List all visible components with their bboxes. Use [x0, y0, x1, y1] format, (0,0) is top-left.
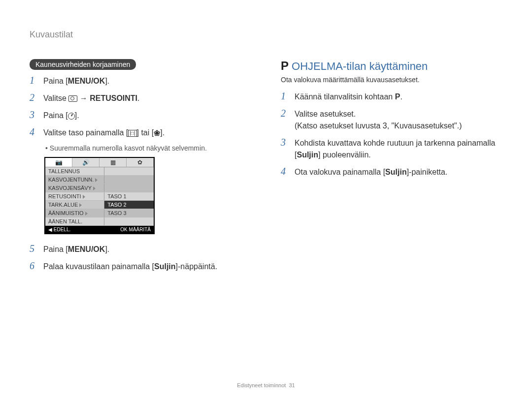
chevron-right-icon: [79, 203, 82, 207]
menu-row-value: [104, 217, 154, 225]
camera-tab-camera-icon: 📷: [45, 158, 72, 167]
step-number: 4: [281, 166, 289, 177]
section-pill-beauty-fix: Kauneusvirheiden korjaaminen: [30, 59, 136, 70]
right-column: POHJELMA-tilan käyttäminen Ota valokuva …: [281, 30, 502, 278]
breadcrumb: Kuvaustilat: [30, 30, 73, 40]
menu-row-label: KASVOJENTUNN.: [45, 176, 104, 184]
step-text-post: ].: [105, 77, 109, 85]
menu-footer-ok: OK MÄÄRITÄ: [100, 226, 154, 233]
menu-footer-back: ◀ EDELL.: [45, 226, 100, 233]
menu-row-value: TASO 1: [104, 192, 154, 200]
step-3: 3 Paina [].: [30, 109, 251, 122]
menu-row-value: [104, 167, 154, 175]
menu-row-value: [104, 176, 154, 184]
step-4: 4 Ota valokuva painamalla [Suljin]-paini…: [281, 166, 502, 178]
step-text-post: ]-näppäintä.: [176, 262, 218, 271]
heading-text: OHJELMA-tilan käyttäminen: [292, 60, 428, 72]
step-1: 1 Käännä tilanvalitsin kohtaan P.: [281, 91, 502, 103]
step-5: 5 Paina [MENU/OK].: [30, 243, 251, 255]
step-text-post: ].: [160, 128, 165, 137]
step-2: 2 Valitse asetukset. (Katso asetukset lu…: [281, 108, 502, 132]
step-number: 1: [281, 91, 289, 102]
step-text-pre: Paina [: [43, 245, 68, 253]
step-text-line2: (Katso asetukset luvusta 3, "Kuvausasetu…: [295, 122, 462, 130]
chevron-right-icon: [83, 195, 85, 199]
menu-row-value-selected: TASO 2: [104, 201, 154, 209]
mode-letter-icon: P: [281, 59, 289, 72]
chevron-right-icon: [85, 212, 88, 216]
page-footer: Edistyneet toiminnot 31: [0, 382, 532, 388]
step-text-pre: Valitse: [43, 94, 68, 102]
step-text-arrow: →: [77, 94, 90, 102]
step-text-post: ]-painiketta.: [407, 168, 448, 176]
step-number: 1: [30, 75, 37, 86]
step-text-pre: Käännä tilanvalitsin kohtaan: [295, 93, 395, 101]
menu-row-value: [104, 184, 154, 192]
step-text-line1: Valitse asetukset.: [295, 110, 356, 118]
step-text-bold: Suljin: [297, 151, 318, 159]
step-6: 6 Palaa kuvaustilaan painamalla [Suljin]…: [30, 260, 251, 273]
step-number: 5: [30, 243, 37, 254]
step-text-mid: ] tai [: [137, 128, 154, 137]
timer-icon: [68, 113, 75, 120]
chevron-right-icon: [93, 186, 96, 190]
step-text-bold: MENU/OK: [68, 77, 105, 85]
step-text-bold: RETUSOINTI: [90, 94, 137, 102]
camera-tab-display-icon: ▦: [100, 158, 127, 167]
step-1: 1 Paina [MENU/OK].: [30, 75, 251, 87]
menu-row-label: ÄÄNIMUISTIO: [45, 209, 104, 217]
step-text-pre: Ota valokuva painamalla [: [295, 168, 385, 176]
step-text-pre: Valitse taso painamalla [: [43, 128, 128, 137]
section-heading: POHJELMA-tilan käyttäminen: [281, 59, 502, 73]
step-text-post: ].: [75, 111, 79, 120]
menu-row-label: KASVOJENSÄVY: [45, 184, 104, 192]
step-text-post: .: [400, 93, 402, 101]
camera-tab-sound-icon: 🔊: [72, 158, 100, 167]
step-text-post: ] puoleenväliin.: [318, 151, 371, 159]
camera-tab-settings-icon: ✿: [127, 158, 154, 167]
menu-row-label: TALLENNUS: [45, 167, 104, 175]
step-text-bold: Suljin: [385, 168, 407, 176]
step-text-post: .: [137, 94, 139, 102]
step-text-bold: MENU/OK: [68, 245, 105, 253]
step-text-pre: Paina [: [43, 77, 68, 85]
menu-row-label: TARK.ALUE: [45, 201, 104, 209]
step-4-bullet: Suuremmalla numerolla kasvot näkyvät sel…: [45, 144, 251, 152]
step-number: 2: [30, 92, 37, 103]
camera-menu-screenshot: 📷 🔊 ▦ ✿ TALLENNUS KASVOJENTUNN. KASVOJEN…: [44, 157, 155, 234]
step-number: 3: [30, 109, 37, 121]
step-3: 3 Kohdista kuvattava kohde ruutuun ja ta…: [281, 137, 502, 161]
menu-row-label: RETUSOINTI: [45, 192, 104, 200]
macro-icon: ❀: [154, 127, 160, 139]
chevron-right-icon: [95, 178, 98, 182]
section-intro: Ota valokuva määrittämällä kuvausasetuks…: [281, 76, 502, 84]
step-number: 6: [30, 260, 37, 272]
step-4: 4 Valitse taso painamalla [|□|] tai [❀].: [30, 126, 251, 139]
step-2: 2 Valitse → RETUSOINTI.: [30, 92, 251, 104]
step-text-pre: Paina [: [43, 111, 68, 120]
menu-row-label: ÄÄNEN TALL.: [45, 217, 104, 225]
step-text-bold: Suljin: [154, 262, 176, 271]
camera-icon: [68, 95, 77, 102]
left-column: Kauneusvirheiden korjaaminen 1 Paina [ME…: [30, 30, 251, 278]
step-text-post: ].: [105, 245, 109, 253]
footer-section: Edistyneet toiminnot: [237, 382, 286, 388]
step-number: 3: [281, 137, 289, 148]
step-number: 2: [281, 108, 289, 119]
step-number: 4: [30, 126, 37, 138]
step-text-bold: P: [395, 93, 400, 101]
step-text-pre: Palaa kuvaustilaan painamalla [: [43, 262, 154, 271]
menu-row-value: TASO 3: [104, 209, 154, 217]
disp-icon: |□|: [128, 130, 136, 137]
footer-page-number: 31: [289, 382, 295, 388]
